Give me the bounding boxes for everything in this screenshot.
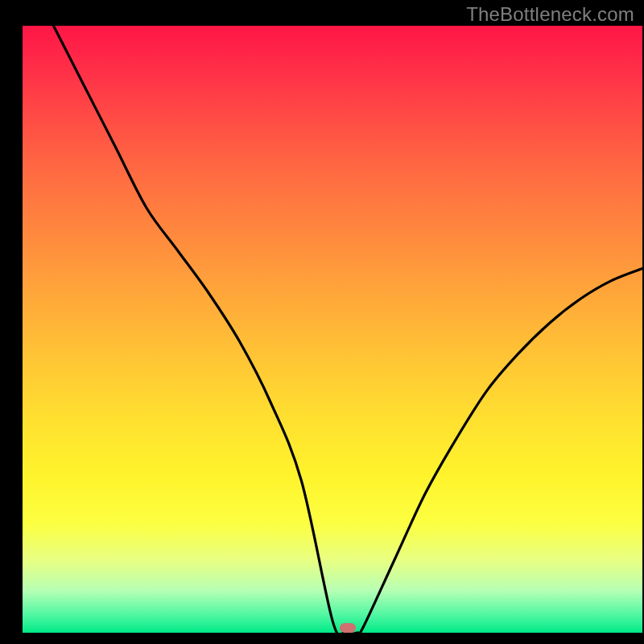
optimal-point-marker [340, 623, 356, 633]
watermark-text: TheBottleneck.com [466, 3, 634, 26]
plot-area [23, 26, 642, 633]
chart-frame: TheBottleneck.com [0, 0, 644, 644]
bottleneck-curve [54, 26, 643, 633]
curve-layer [23, 26, 642, 633]
